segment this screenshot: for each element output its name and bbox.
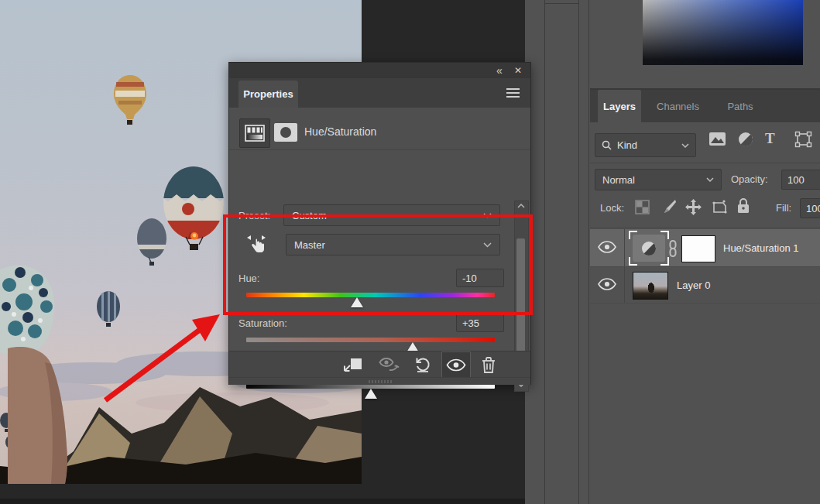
clip-to-layer-icon[interactable] (341, 353, 365, 376)
adjustment-title: Hue/Saturation (304, 125, 376, 138)
layer-name[interactable]: Hue/Saturation 1 (723, 242, 799, 254)
blend-mode-dropdown[interactable]: Normal (595, 169, 722, 190)
mask-properties-icon[interactable] (274, 123, 297, 142)
hue-slider-track[interactable] (246, 293, 495, 297)
fill-input[interactable]: 100 (800, 198, 820, 218)
properties-tabstrip: Properties (229, 78, 530, 108)
lock-pixels-brush-icon[interactable] (660, 199, 677, 215)
visibility-eye-icon[interactable] (598, 278, 618, 292)
chevron-down-icon (681, 143, 689, 148)
balloon (136, 217, 168, 266)
color-picker-field[interactable] (643, 0, 803, 65)
chevron-down-icon (706, 177, 714, 182)
layer-name[interactable]: Layer 0 (677, 279, 710, 291)
lock-transparency-icon[interactable] (635, 200, 650, 214)
channel-value: Master (294, 239, 325, 251)
opacity-label: Opacity: (731, 173, 768, 185)
toggle-visibility-button[interactable] (441, 351, 471, 378)
layer-mask-thumbnail[interactable] (681, 235, 715, 262)
preset-value: Custom (292, 210, 327, 221)
balloon (114, 75, 146, 125)
search-icon (602, 140, 612, 150)
hue-slider-thumb[interactable] (351, 297, 363, 307)
filter-shape-layers-icon[interactable] (794, 131, 812, 148)
lock-position-icon[interactable] (684, 198, 702, 216)
document-window-edge (0, 499, 525, 504)
panel-menu-icon[interactable] (506, 88, 520, 98)
tab-layers[interactable]: Layers (598, 90, 641, 122)
delete-adjustment-icon[interactable] (477, 353, 500, 376)
lock-artboard-icon[interactable] (711, 199, 729, 215)
balloon (159, 163, 228, 250)
adjustment-layer-thumbnail[interactable] (633, 235, 665, 262)
blend-mode-value: Normal (602, 174, 635, 186)
opacity-input[interactable]: 100 (781, 170, 820, 190)
right-panel-column: Layers Channels Paths Kind T (590, 0, 820, 504)
filter-type-layers-icon[interactable]: T (765, 130, 775, 147)
filter-kind-label: Kind (617, 139, 637, 151)
properties-titlebar[interactable]: « ✕ (229, 63, 530, 78)
chevron-down-icon (483, 242, 492, 248)
layers-panel-tabs: Layers Channels Paths (590, 90, 820, 122)
layer-filter-kind-dropdown[interactable]: Kind (595, 133, 696, 157)
lightness-slider-thumb[interactable] (365, 389, 377, 399)
scrollbar-thumb[interactable] (516, 238, 525, 352)
saturation-label: Saturation: (238, 317, 287, 329)
mask-link-icon[interactable] (667, 240, 678, 257)
saturation-slider-track[interactable] (246, 338, 495, 342)
close-panel-icon[interactable]: ✕ (510, 63, 526, 78)
layer-image-thumbnail[interactable] (633, 272, 668, 300)
preset-dropdown[interactable]: Custom (283, 204, 500, 226)
hue-label: Hue: (238, 273, 259, 284)
filter-adjustment-layers-icon[interactable] (737, 131, 754, 148)
properties-content: Hue/Saturation Preset: Custom Master Hue… (229, 108, 530, 349)
panel-dock-strip (544, 0, 579, 504)
chevron-down-icon (483, 213, 492, 218)
lock-all-icon[interactable] (736, 197, 750, 214)
tab-paths[interactable]: Paths (715, 90, 766, 122)
layer-row-hue-saturation[interactable]: Hue/Saturation 1 (590, 229, 820, 266)
visibility-eye-icon[interactable] (598, 241, 618, 255)
preset-label: Preset: (238, 210, 270, 221)
view-previous-state-icon[interactable] (378, 353, 401, 376)
hue-value-input[interactable]: -10 (456, 269, 504, 287)
hue-saturation-adjustment-icon[interactable] (239, 118, 270, 148)
filter-pixel-layers-icon[interactable] (708, 131, 726, 148)
channel-dropdown[interactable]: Master (286, 234, 500, 255)
layer-row-layer0[interactable]: Layer 0 (590, 267, 820, 303)
photoshop-workspace: Layers Channels Paths Kind T (0, 0, 820, 504)
saturation-value-input[interactable]: +35 (456, 314, 504, 332)
resize-grip-icon[interactable] (369, 380, 392, 383)
reset-icon[interactable] (411, 353, 434, 376)
panel-column-divider (588, 0, 589, 504)
properties-panel: « ✕ Properties Hue/Saturation Preset: (228, 62, 531, 385)
properties-resize-strip[interactable] (229, 377, 530, 385)
properties-toolbar (229, 351, 530, 378)
collapse-panel-icon[interactable]: « (492, 63, 507, 78)
fill-label: Fill: (776, 202, 791, 214)
layers-panel: Kind T Normal Opacity: 100 Lock: (590, 122, 820, 504)
scroll-up-icon[interactable] (517, 203, 525, 211)
tab-properties[interactable]: Properties (238, 81, 298, 108)
lock-label: Lock: (600, 202, 624, 214)
targeted-adjustment-tool-icon[interactable] (246, 233, 266, 255)
balloon (97, 290, 120, 327)
tab-channels[interactable]: Channels (641, 90, 715, 122)
